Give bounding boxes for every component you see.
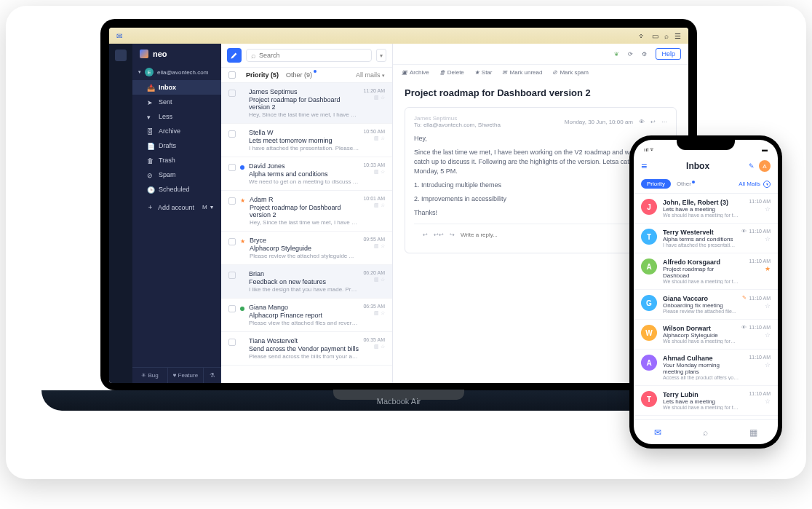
mail-preview: I like the design that you have made. Pr… [249, 286, 359, 293]
phone-mail-item[interactable]: J John, Elle, Robert (3) Lets have a mee… [634, 194, 778, 224]
os-menubar: ✉ ᯤ ▭ ⌕ ☰ [109, 28, 688, 44]
mail-checkbox[interactable] [228, 339, 236, 346]
mail-checkbox[interactable] [228, 164, 236, 171]
phone-time: 11:10 AM [749, 296, 771, 301]
search-input[interactable] [259, 52, 367, 59]
compose-icon[interactable]: ✎ [749, 162, 755, 170]
reply-arrow-icon[interactable]: ↩ [423, 232, 428, 238]
mail-checkbox[interactable] [228, 130, 236, 138]
star-icon[interactable]: ☆ [765, 398, 771, 405]
folder-inbox[interactable]: 📥Inbox [132, 80, 221, 95]
phone-preview: I have attached the presentation... [663, 242, 736, 248]
sender-avatar: W [641, 325, 657, 341]
phone-mail-item[interactable]: A Ahmad Culhane Your Monday morning meet… [634, 350, 778, 386]
nav-calendar-icon[interactable]: ▦ [749, 427, 757, 438]
hamburger-icon[interactable]: ≡ [641, 160, 647, 172]
folder-icon: ▾ [147, 114, 154, 120]
archive-button[interactable]: ▣Archive [402, 69, 429, 76]
tab-priority[interactable]: Priority (5) [246, 71, 279, 79]
mail-item[interactable]: James Septimus Project roadmap for Dashb… [221, 83, 392, 124]
forward-icon[interactable]: ↪ [450, 232, 455, 238]
mail-item[interactable]: David Jones Alpha terms and conditions W… [221, 157, 392, 191]
mail-item[interactable]: Brian Feedback on new features I like th… [221, 265, 392, 299]
menubar-search-icon: ⌕ [664, 32, 669, 40]
add-account-button[interactable]: ＋ Add account M ▾ [132, 197, 221, 218]
mail-item[interactable]: Tiana Westervelt Send across the Vendor … [221, 332, 392, 366]
feature-button[interactable]: ♥Feature [168, 368, 204, 383]
star-icon[interactable]: ☆ [765, 302, 771, 309]
eye-icon[interactable]: 👁 [639, 119, 645, 125]
mail-icon: ✉ [502, 69, 507, 76]
phone-preview: We should have a meeting for the up... [663, 213, 740, 218]
delete-button[interactable]: 🗑Delete [439, 69, 464, 76]
unread-dot [240, 307, 244, 311]
mail-time: 09:55 AM▥ ☆ [363, 237, 385, 259]
folder-drafts[interactable]: 📄Drafts [132, 138, 221, 153]
phone-avatar[interactable]: A [759, 160, 771, 172]
bug-button[interactable]: ✳Bug [132, 368, 168, 383]
more-icon[interactable]: ⋯ [661, 119, 667, 125]
mail-checkbox[interactable] [228, 238, 236, 245]
phone-mail-item[interactable]: G Giana Vaccaro Onboarding fix meeting P… [634, 290, 778, 320]
refresh-icon[interactable]: ⟳ [628, 51, 633, 58]
mail-sender: Bryce [250, 237, 359, 244]
mail-item[interactable]: Giana Mango Alphacorp Finance report Ple… [221, 299, 392, 332]
star-icon[interactable]: ☆ [765, 235, 771, 242]
lab-button[interactable]: ⚗ [204, 368, 221, 383]
mail-item[interactable]: ★ Bryce Alphacorp Styleguide Please revi… [221, 232, 392, 265]
folder-scheduled[interactable]: 🕒Scheduled [132, 182, 221, 197]
search-dropdown[interactable]: ▾ [376, 49, 386, 62]
star-icon[interactable]: ☆ [765, 205, 771, 213]
folder-less[interactable]: ▾Less [132, 109, 221, 124]
message-subject: Project roadmap for Dashboard version 2 [405, 87, 677, 98]
nav-search-icon[interactable]: ⌕ [703, 427, 708, 438]
brand-name: neo [153, 50, 167, 58]
help-button[interactable]: Help [656, 48, 681, 60]
phone-mail-item[interactable]: T Terry Lubin Lets have a meeting We sho… [634, 386, 778, 416]
star-icon[interactable]: ☆ [765, 331, 771, 339]
mark-spam-button[interactable]: ⊘Mark spam [552, 69, 589, 76]
phone-tab-other[interactable]: Other [677, 181, 691, 187]
mail-item[interactable]: ★ Adam R Project roadmap for Dashboard v… [221, 191, 392, 232]
gear-icon[interactable]: ⚙ [642, 51, 647, 58]
phone-mail-item[interactable]: A Alfredo Korsgaard Project roadmap for … [634, 253, 778, 290]
folder-icon: 🗄 [147, 128, 154, 135]
reply-icon[interactable]: ↩ [650, 119, 656, 125]
phone-filter[interactable]: All Mails▾ [739, 181, 771, 188]
folder-spam[interactable]: ⊘Spam [132, 167, 221, 182]
select-all-checkbox[interactable] [228, 71, 236, 79]
folder-icon: 🕒 [147, 186, 154, 193]
tab-other[interactable]: Other (9) [286, 71, 312, 79]
account-selector[interactable]: ▾ E ella@avontech.com [132, 64, 221, 80]
phone-time: 11:10 AM [749, 325, 771, 330]
filter-dropdown[interactable]: All mails ▾ [356, 71, 385, 79]
battery-icon: ▬ [762, 146, 768, 153]
mail-checkbox[interactable] [228, 272, 236, 279]
phone-time: 11:10 AM [749, 229, 771, 234]
folder-archive[interactable]: 🗄Archive [132, 124, 221, 138]
leaf-icon[interactable]: ❦ [614, 51, 619, 58]
folder-trash[interactable]: 🗑Trash [132, 153, 221, 167]
phone-sender: Wilson Dorwart [663, 325, 736, 332]
rail-app-icon[interactable] [115, 50, 127, 61]
mail-time: 11:20 AM▥ ☆ [363, 88, 385, 118]
phone-time: 11:10 AM [749, 355, 771, 360]
phone-mail-item[interactable]: T Terry Westervelt Alpha terms and condi… [634, 224, 778, 253]
mark-unread-button[interactable]: ✉Mark unread [502, 69, 542, 76]
reply-all-icon[interactable]: ↩↩ [434, 232, 444, 238]
compose-button[interactable] [227, 48, 242, 63]
star-icon[interactable]: ☆ [765, 361, 771, 368]
mail-list: James Septimus Project roadmap for Dashb… [221, 83, 392, 383]
mail-checkbox[interactable] [228, 197, 236, 205]
mail-checkbox[interactable] [228, 90, 236, 97]
folder-sent[interactable]: ➤Sent [132, 95, 221, 109]
mail-checkbox[interactable] [228, 305, 236, 312]
star-icon[interactable]: ★ [765, 265, 771, 272]
phone-sender: Terry Westervelt [663, 229, 736, 236]
phone-mail-item[interactable]: W Wilson Dorwart Alphacorp Styleguide We… [634, 320, 778, 350]
nav-mail-icon[interactable]: ✉ [654, 427, 661, 438]
phone-tab-priority[interactable]: Priority [641, 179, 671, 189]
search-field[interactable]: ⌕ [246, 49, 372, 62]
star-button[interactable]: ★Star [474, 69, 493, 76]
mail-item[interactable]: Stella W Lets meet tomorrow morning I ha… [221, 124, 392, 157]
